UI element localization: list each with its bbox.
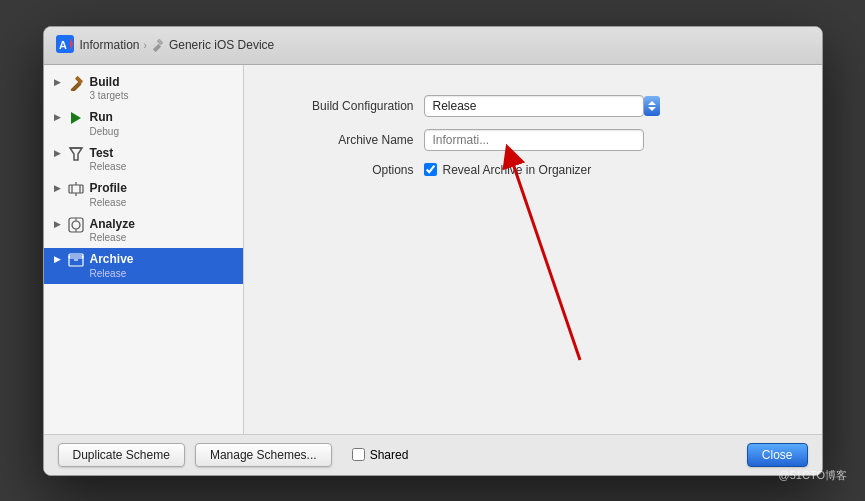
profile-title: Profile [90, 181, 127, 197]
build-config-select-wrapper: Release Debug [424, 95, 660, 117]
expand-arrow-build: ▶ [54, 77, 62, 87]
profile-item-content: Profile Release [90, 181, 127, 209]
analyze-icon [68, 217, 84, 233]
expand-arrow-profile: ▶ [54, 183, 62, 193]
archive-item-content: Archive Release [90, 252, 134, 280]
dialog-body: ▶ Build 3 targets ▶ [44, 65, 822, 434]
archive-name-input[interactable] [424, 129, 644, 151]
run-icon [68, 110, 84, 126]
sidebar-item-archive[interactable]: ▶ Archive Release [44, 248, 243, 284]
run-subtitle: Debug [90, 126, 119, 138]
arrow-up-icon [648, 101, 656, 105]
reveal-checkbox[interactable] [424, 163, 437, 176]
archive-name-row: Archive Name [274, 129, 792, 151]
sidebar-item-profile[interactable]: ▶ Profile Release [44, 177, 243, 213]
analyze-item-content: Analyze Release [90, 217, 135, 245]
expand-arrow-test: ▶ [54, 148, 62, 158]
archive-title: Archive [90, 252, 134, 268]
test-title: Test [90, 146, 127, 162]
sidebar: ▶ Build 3 targets ▶ [44, 65, 244, 434]
manage-schemes-button[interactable]: Manage Schemes... [195, 443, 332, 467]
test-item-content: Test Release [90, 146, 127, 174]
sidebar-item-build[interactable]: ▶ Build 3 targets [44, 71, 243, 107]
close-button[interactable]: Close [747, 443, 808, 467]
analyze-title: Analyze [90, 217, 135, 233]
build-icon [68, 75, 84, 91]
options-label: Options [274, 163, 414, 177]
reveal-checkbox-row: Reveal Archive in Organizer [424, 163, 592, 177]
shared-checkbox[interactable] [352, 448, 365, 461]
analyze-subtitle: Release [90, 232, 135, 244]
options-row: Options Reveal Archive in Organizer [274, 163, 792, 177]
xcode-icon: A [56, 35, 74, 56]
main-content: Build Configuration Release Debug [244, 65, 822, 434]
build-config-row: Build Configuration Release Debug [274, 95, 792, 117]
run-title: Run [90, 110, 119, 126]
svg-rect-4 [156, 38, 163, 45]
breadcrumb-device: Generic iOS Device [169, 38, 274, 52]
build-subtitle: 3 targets [90, 90, 129, 102]
test-subtitle: Release [90, 161, 127, 173]
test-icon [68, 146, 84, 162]
reveal-label: Reveal Archive in Organizer [443, 163, 592, 177]
archive-icon [68, 252, 84, 268]
sidebar-item-analyze[interactable]: ▶ Analyze Release [44, 213, 243, 249]
expand-arrow-analyze: ▶ [54, 219, 62, 229]
svg-point-15 [72, 221, 80, 229]
hammer-icon [151, 38, 165, 52]
duplicate-scheme-button[interactable]: Duplicate Scheme [58, 443, 185, 467]
select-arrow-icon [644, 96, 660, 116]
svg-rect-9 [69, 185, 83, 193]
title-bar: A Information › Generic iOS Device [44, 27, 822, 65]
breadcrumb-separator-icon: › [144, 40, 147, 51]
build-title: Build [90, 75, 129, 91]
scheme-dialog: A Information › Generic iOS Device [43, 26, 823, 476]
build-config-label: Build Configuration [274, 99, 414, 113]
breadcrumb-project: Information [80, 38, 140, 52]
shared-area: Shared [352, 448, 409, 462]
archive-subtitle: Release [90, 268, 134, 280]
profile-subtitle: Release [90, 197, 127, 209]
profile-icon [68, 181, 84, 197]
svg-rect-3 [153, 44, 161, 52]
shared-label: Shared [370, 448, 409, 462]
svg-marker-7 [71, 112, 81, 124]
expand-arrow-run: ▶ [54, 112, 62, 122]
bottom-bar: Duplicate Scheme Manage Schemes... Share… [44, 434, 822, 475]
expand-arrow-archive: ▶ [54, 254, 62, 264]
breadcrumb: Information › Generic iOS Device [80, 38, 275, 52]
sidebar-item-test[interactable]: ▶ Test Release [44, 142, 243, 178]
arrow-down-icon [648, 107, 656, 111]
build-config-select[interactable]: Release Debug [424, 95, 644, 117]
sidebar-item-run[interactable]: ▶ Run Debug [44, 106, 243, 142]
build-item-content: Build 3 targets [90, 75, 129, 103]
run-item-content: Run Debug [90, 110, 119, 138]
svg-text:A: A [59, 39, 67, 51]
form-area: Build Configuration Release Debug [274, 95, 792, 177]
archive-name-label: Archive Name [274, 133, 414, 147]
